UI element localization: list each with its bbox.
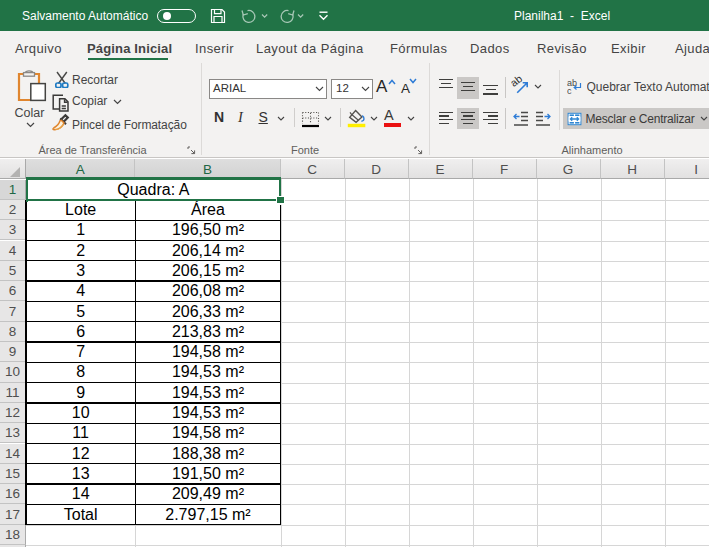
- svg-text:c: c: [567, 86, 572, 94]
